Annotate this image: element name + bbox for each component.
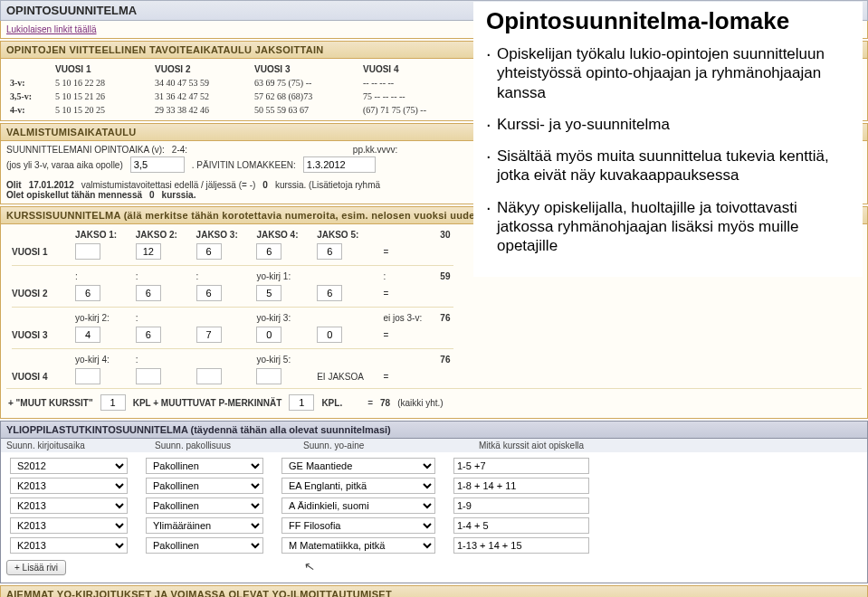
jakso-input[interactable]	[317, 285, 342, 301]
yo-aine-select[interactable]: A Äidinkieli, suomi	[281, 498, 435, 514]
jakso-input[interactable]	[136, 327, 161, 343]
table-row: 4-v: 5 10 15 20 25 29 33 38 42 46 50 55 …	[6, 103, 459, 117]
jakso-input[interactable]	[256, 368, 281, 384]
pvm-input[interactable]	[303, 156, 376, 173]
kirjoitusaika-select[interactable]: S2012	[10, 458, 128, 474]
cursor-icon: ↖	[303, 558, 317, 574]
label-opolle: (jos yli 3-v, varaa aika opolle)	[6, 160, 123, 170]
table-row: yo-kirj 4: : yo-kirj 5: 76	[6, 353, 459, 366]
pakollisuus-select[interactable]: Pakollinen	[146, 537, 263, 554]
jakso-input[interactable]	[75, 243, 100, 260]
muut-kurssit-input[interactable]	[100, 394, 126, 411]
kirjoitusaika-select[interactable]: K2013	[10, 498, 128, 514]
jakso-input[interactable]	[75, 285, 100, 301]
table-row: K2013PakollinenA Äidinkieli, suomi	[6, 496, 862, 516]
lukiolaisen-linkki[interactable]: Lukiolaisen linkit täällä	[6, 24, 97, 34]
yo-aine-select[interactable]: M Matematiikka, pitkä	[281, 537, 435, 554]
previous-yo-title: AIEMMAT YO-KIRJOITUKSET JA VOIMASSA OLEV…	[1, 586, 867, 597]
kirjoitusaika-select[interactable]: K2013	[10, 537, 128, 554]
kurssit-input[interactable]	[453, 458, 589, 474]
jakso-input[interactable]	[196, 285, 222, 301]
callout-item: Näkyy opiskelijalla, huoltajille ja toiv…	[486, 198, 852, 256]
timetable-table: VUOSI 1 VUOSI 2 VUOSI 3 VUOSI 4 3-v: 5 1…	[6, 62, 459, 117]
yo-plan-table: S2012PakollinenGE MaantiedeK2013Pakollin…	[6, 456, 862, 555]
kirjoitusaika-select[interactable]: K2013	[10, 517, 128, 534]
table-row: 3,5-v: 5 10 15 21 26 31 36 42 47 52 57 6…	[6, 90, 459, 103]
table-row: K2013PakollinenM Matematiikka, pitkä	[6, 535, 862, 555]
p-merkinnat-input[interactable]	[289, 394, 314, 411]
table-row: ::: yo-kirj 1:: 59	[6, 270, 459, 283]
jakso-input[interactable]	[136, 368, 161, 384]
jakso-input[interactable]	[136, 285, 161, 301]
opintoaika-input[interactable]	[130, 156, 185, 173]
table-row: VUOSI 1 =	[6, 242, 459, 261]
add-row-button[interactable]: + Lisää rivi	[6, 560, 66, 575]
table-row: K2013YlimääräinenFF Filosofia	[6, 516, 862, 535]
pakollisuus-select[interactable]: Pakollinen	[146, 458, 263, 474]
jakso-input[interactable]	[196, 368, 222, 384]
kirjoitusaika-select[interactable]: K2013	[10, 478, 128, 494]
jakso-input[interactable]	[196, 327, 222, 343]
yo-aine-select[interactable]: GE Maantiede	[281, 458, 435, 474]
table-row: 3-v: 5 10 16 22 28 34 40 47 53 59 63 69 …	[6, 76, 459, 90]
yo-plan-subhead: Suunn. kirjoitusaika Suunn. pakollisuus …	[1, 439, 867, 452]
kurssit-input[interactable]	[453, 478, 589, 494]
table-row: S2012PakollinenGE Maantiede	[6, 456, 862, 476]
jakso-input[interactable]	[136, 243, 161, 260]
jakso-input[interactable]	[196, 243, 222, 260]
kurssit-input[interactable]	[453, 517, 589, 534]
jakso-input[interactable]	[317, 327, 342, 343]
jakso-input[interactable]	[256, 327, 281, 343]
table-row: yo-kirj 2: : yo-kirj 3: ei jos 3-v: 76	[6, 311, 459, 325]
previous-yo-pane: AIEMMAT YO-KIRJOITUKSET JA VOIMASSA OLEV…	[0, 585, 868, 597]
yo-exam-plan-pane: YLIOPPILASTUTKINTOSUUNNITELMA (täydennä …	[0, 421, 868, 583]
kurssit-input[interactable]	[453, 537, 589, 554]
pakollisuus-select[interactable]: Pakollinen	[146, 498, 263, 514]
callout-title: Opintosuunnitelma-lomake	[486, 7, 852, 35]
pakollisuus-select[interactable]: Pakollinen	[146, 478, 263, 494]
yo-aine-select[interactable]: EA Englanti, pitkä	[281, 478, 435, 494]
jakso-input[interactable]	[317, 243, 342, 260]
kurssit-input[interactable]	[453, 498, 589, 514]
jakso-input[interactable]	[256, 243, 281, 260]
label-paivitin: . PÄIVITIN LOMAKKEEN:	[192, 160, 296, 170]
slide-callout: Opintosuunnitelma-lomake Opiskelijan työ…	[473, 2, 863, 277]
table-row: K2013PakollinenEA Englanti, pitkä	[6, 476, 862, 496]
jakso-input[interactable]	[75, 368, 100, 384]
yo-aine-select[interactable]: FF Filosofia	[281, 517, 435, 534]
callout-item: Kurssi- ja yo-suunnitelma	[486, 115, 852, 134]
yo-plan-title: YLIOPPILASTUTKINTOSUUNNITELMA (täydennä …	[1, 422, 867, 439]
callout-item: Sisältää myös muita suunnittelua tukevia…	[486, 147, 852, 185]
jakso-input[interactable]	[75, 327, 100, 343]
pakollisuus-select[interactable]: Ylimääräinen	[146, 517, 263, 534]
label-ppkkvvvv: pp.kk.vvvv:	[353, 145, 397, 155]
label-opintoaika: SUUNNITTELEMANI OPINTOAIKA (v):	[6, 145, 165, 155]
callout-item: Opiskelijan työkalu lukio-opintojen suun…	[486, 44, 852, 102]
jakso-input[interactable]	[256, 285, 281, 301]
